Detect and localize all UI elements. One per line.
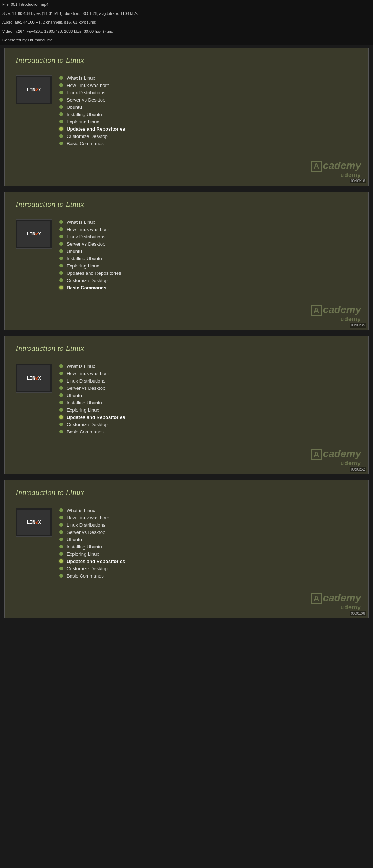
menu-item-label: Updates and Repositories [67,559,125,564]
linux-logo: LIN☢X [16,364,52,393]
menu-item-label: Customize Desktop [67,278,108,283]
list-item: Customize Desktop [59,278,357,283]
bullet-icon [59,574,63,578]
menu-item-label: Exploring Linux [67,119,99,124]
menu-item-label: How Linux was born [67,371,109,376]
watermark-udemy-text: udemy [311,460,361,467]
frame-content: LIN☢XWhat is LinuxHow Linux was bornLinu… [16,364,357,435]
bullet-icon [59,242,63,246]
linux-logo: LIN☢X [16,508,52,537]
menu-item-label: Basic Commands [67,141,104,146]
frame-content: LIN☢XWhat is LinuxHow Linux was bornLinu… [16,75,357,146]
menu-item-label: Linux Distributions [67,522,105,528]
bullet-icon [59,386,63,390]
menu-list: What is LinuxHow Linux was bornLinux Dis… [59,75,357,146]
frame-title: Introduction to Linux [16,488,357,500]
bullet-icon [59,76,63,80]
file-info-line5: Generated by Thumbnail.me [0,36,373,45]
menu-item-label: Customize Desktop [67,422,108,427]
list-item: Updates and Repositories [59,415,357,420]
bullet-icon [59,264,63,267]
bullet-icon [59,98,63,102]
watermark-academy-text: Academy [311,449,361,460]
list-item: Basic Commands [59,141,357,146]
bullet-icon [59,142,63,145]
menu-item-label: Server vs Desktop [67,241,105,247]
frame-title: Introduction to Linux [16,55,357,68]
menu-item-label: Customize Desktop [67,134,108,139]
list-item: Basic Commands [59,429,357,435]
bullet-icon [59,286,63,289]
timestamp: 00:00:35 [350,323,366,328]
menu-item-label: Server vs Desktop [67,385,105,391]
list-item: What is Linux [59,508,357,513]
bullet-icon [59,516,63,519]
frame-title: Introduction to Linux [16,199,357,212]
menu-item-label: Installing Ubuntu [67,256,102,261]
menu-item-label: Linux Distributions [67,234,105,239]
menu-item-label: How Linux was born [67,83,109,88]
menu-item-label: Ubuntu [67,249,82,254]
file-info-line4: Video: h.264, yuv420p, 1280x720, 1033 kb… [0,27,373,36]
list-item: Installing Ubuntu [59,400,357,405]
list-item: How Linux was born [59,227,357,232]
bullet-icon [59,393,63,397]
frame-title: Introduction to Linux [16,344,357,356]
list-item: Exploring Linux [59,407,357,413]
menu-item-label: What is Linux [67,508,95,513]
list-item: Installing Ubuntu [59,544,357,550]
watermark: Academy udemy [311,449,361,467]
frame-2: Introduction to LinuxLIN☢XWhat is LinuxH… [4,192,369,330]
bullet-icon [59,559,63,563]
frame-content: LIN☢XWhat is LinuxHow Linux was bornLinu… [16,219,357,290]
frame-4: Introduction to LinuxLIN☢XWhat is LinuxH… [4,480,369,618]
timestamp: 00:01:08 [350,611,366,616]
frame-1: Introduction to LinuxLIN☢XWhat is LinuxH… [4,48,369,186]
menu-item-label: Customize Desktop [67,566,108,571]
linux-logo: LIN☢X [16,75,52,104]
bullet-icon [59,91,63,94]
bullet-icon [59,257,63,260]
menu-list: What is LinuxHow Linux was bornLinux Dis… [59,508,357,579]
frame-3: Introduction to LinuxLIN☢XWhat is LinuxH… [4,336,369,474]
menu-item-label: Server vs Desktop [67,530,105,535]
menu-item-label: Installing Ubuntu [67,544,102,550]
menu-item-label: Ubuntu [67,537,82,542]
watermark-bracket: A [311,161,322,172]
bullet-icon [59,134,63,138]
menu-item-label: Server vs Desktop [67,97,105,103]
list-item: Basic Commands [59,573,357,579]
file-info-line2: Size: 11863438 bytes (11.31 MiB), durati… [0,9,373,18]
list-item: Ubuntu [59,104,357,110]
menu-item-label: Exploring Linux [67,263,99,269]
bullet-icon [59,545,63,548]
menu-item-label: What is Linux [67,75,95,81]
menu-item-label: What is Linux [67,219,95,225]
bullet-icon [59,235,63,238]
list-item: Updates and Repositories [59,559,357,564]
list-item: Linux Distributions [59,90,357,95]
bullet-icon [59,408,63,412]
bullet-icon [59,530,63,534]
bullet-icon [59,127,63,131]
file-info-block: File: 001 Introduction.mp4 Size: 1186343… [0,0,373,45]
menu-item-label: Basic Commands [67,285,106,290]
bullet-icon [59,538,63,541]
list-item: Exploring Linux [59,551,357,557]
menu-list: What is LinuxHow Linux was bornLinux Dis… [59,364,357,435]
menu-item-label: Exploring Linux [67,551,99,557]
bullet-icon [59,105,63,109]
bullet-icon [59,567,63,570]
list-item: Server vs Desktop [59,97,357,103]
bullet-icon [59,415,63,419]
linux-logo-inner: LIN☢X [17,365,50,391]
menu-item-label: Exploring Linux [67,407,99,413]
menu-item-label: Ubuntu [67,393,82,398]
watermark-udemy-text: udemy [311,316,361,322]
bullet-icon [59,430,63,433]
menu-item-label: Updates and Repositories [67,415,125,420]
menu-item-label: How Linux was born [67,227,109,232]
bullet-icon [59,227,63,231]
bullet-icon [59,112,63,116]
list-item: Updates and Repositories [59,270,357,276]
